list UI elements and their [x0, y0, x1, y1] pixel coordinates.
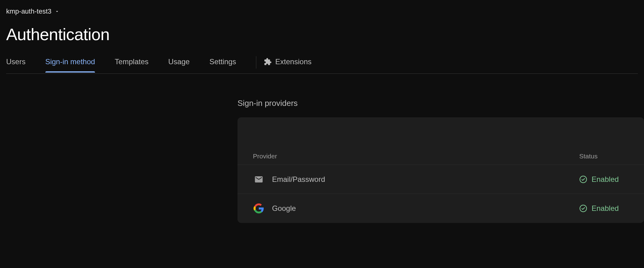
- section-title: Sign-in providers: [237, 98, 644, 108]
- tab-usage[interactable]: Usage: [168, 57, 200, 72]
- check-circle-icon: [579, 204, 587, 212]
- table-header: Provider Status: [237, 148, 644, 165]
- provider-name: Email/Password: [272, 175, 325, 184]
- tab-settings[interactable]: Settings: [209, 57, 246, 72]
- page-title: Authentication: [6, 25, 638, 44]
- providers-card: Provider Status Email/Password Enabled: [237, 117, 644, 223]
- email-icon: [253, 174, 265, 185]
- puzzle-icon: [264, 58, 272, 66]
- tab-extensions-label: Extensions: [275, 57, 312, 66]
- google-icon: [253, 203, 265, 214]
- provider-status: Enabled: [579, 175, 629, 184]
- chevron-down-icon: [55, 9, 60, 14]
- provider-status: Enabled: [579, 204, 629, 213]
- check-circle-icon: [579, 175, 587, 183]
- project-name: kmp-auth-test3: [6, 7, 52, 15]
- status-label: Enabled: [592, 175, 619, 184]
- provider-row-google[interactable]: Google Enabled: [237, 194, 644, 223]
- tab-sign-in-method[interactable]: Sign-in method: [45, 57, 105, 72]
- column-header-provider: Provider: [253, 153, 579, 160]
- tab-templates[interactable]: Templates: [115, 57, 158, 72]
- tab-users[interactable]: Users: [6, 57, 35, 72]
- column-header-status: Status: [579, 153, 629, 160]
- status-label: Enabled: [592, 204, 619, 213]
- provider-name: Google: [272, 204, 296, 213]
- provider-row-email-password[interactable]: Email/Password Enabled: [237, 165, 644, 194]
- tab-extensions[interactable]: Extensions: [264, 57, 321, 72]
- tabs: Users Sign-in method Templates Usage Set…: [6, 56, 638, 74]
- project-selector[interactable]: kmp-auth-test3: [6, 6, 60, 17]
- tab-divider: [256, 56, 256, 69]
